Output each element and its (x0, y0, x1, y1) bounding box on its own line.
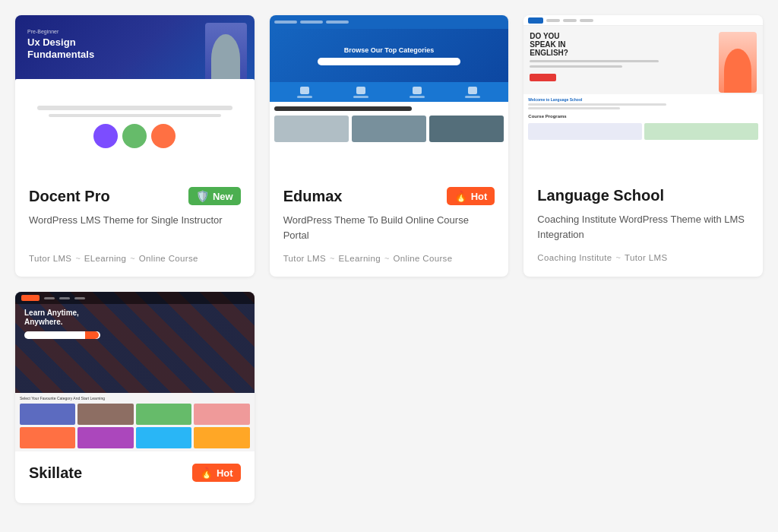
skillate-cat-5 (77, 427, 133, 448)
edu-nav (270, 15, 509, 29)
card-desc-language: Coaching Institute WordPress Theme with … (537, 212, 749, 242)
card-title-row-edumax: Edumax 🔥 Hot (283, 187, 495, 205)
badge-hot-skillate: 🔥 Hot (192, 464, 241, 482)
fire-icon-skillate: 🔥 (200, 467, 213, 479)
shield-icon: 🛡️ (196, 190, 209, 202)
tag-edumax-1[interactable]: ELearning (338, 254, 381, 263)
badge-hot-edumax: 🔥 Hot (447, 187, 495, 205)
tag-edumax-0[interactable]: Tutor LMS (283, 254, 326, 263)
skillate-cat-grid-row1 (20, 404, 250, 425)
lang-hero-title: DO YOUSPEAK INENGLISH? (530, 32, 714, 57)
skillate-cat-title: Select Your Favourite Category And Start… (20, 396, 250, 401)
edu-categories-bar (270, 82, 509, 102)
card-body-language: Language School Coaching Institute WordP… (523, 175, 763, 276)
card-body-edumax: Edumax 🔥 Hot WordPress Theme To Build On… (270, 175, 509, 277)
edu-hero: Browse Our Top Categories (270, 29, 509, 82)
edu-hero-title: Browse Our Top Categories (344, 46, 434, 54)
card-title-row-skillate: Skillate 🔥 Hot (29, 464, 241, 482)
lang-welcome-section: Welcome to Language School (523, 94, 763, 112)
tag-docent-2[interactable]: Online Course (139, 254, 198, 263)
skillate-hero-text: Learn Anytime, Anywhere. (24, 309, 100, 339)
product-grid: Pre-Beginner Ux DesignFundamentals (15, 15, 763, 277)
card-title-edumax: Edumax (283, 188, 343, 205)
thumbnail-skillate: Learn Anytime, Anywhere. Select Your Fav… (15, 292, 255, 451)
thumbnail-docent-pro: Pre-Beginner Ux DesignFundamentals (15, 15, 255, 175)
skillate-cat-3 (194, 404, 249, 425)
skillate-cat-grid-row2 (20, 427, 250, 448)
thumbnail-language-school: DO YOUSPEAK INENGLISH? Welcome to Langua… (523, 15, 763, 175)
badge-label-edumax: Hot (471, 191, 488, 202)
tag-docent-0[interactable]: Tutor LMS (29, 254, 71, 263)
card-body-docent: Docent Pro 🛡️ New WordPress LMS Theme fo… (15, 175, 255, 277)
skillate-nav (15, 292, 255, 304)
skillate-title-line2: Anywhere. (24, 318, 100, 327)
card-tags-language: Coaching Institute ~ Tutor LMS (537, 253, 749, 262)
skillate-cat-0 (20, 404, 75, 425)
card-desc-docent: WordPress LMS Theme for Single Instructo… (29, 213, 241, 243)
card-tags-docent: Tutor LMS ~ ELearning ~ Online Course (29, 254, 241, 263)
tag-sep-edu-0: ~ (330, 254, 334, 263)
fire-icon-edumax: 🔥 (454, 190, 467, 202)
skillate-cat-7 (194, 427, 249, 448)
tag-sep-lang-0: ~ (616, 253, 621, 262)
card-title-row-docent: Docent Pro 🛡️ New (29, 187, 241, 205)
edu-bottom (270, 102, 509, 147)
docent-hero-text: Pre-Beginner Ux DesignFundamentals (27, 29, 94, 60)
skillate-title-line1: Learn Anytime, (24, 309, 100, 318)
skillate-cat-2 (136, 404, 191, 425)
card-language-school[interactable]: DO YOUSPEAK INENGLISH? Welcome to Langua… (523, 15, 763, 277)
badge-new-docent: 🛡️ New (188, 187, 241, 205)
thumbnail-edumax: Browse Our Top Categories (270, 15, 509, 175)
card-title-row-language: Language School (537, 187, 749, 204)
card-title-skillate: Skillate (29, 464, 82, 482)
lang-nav (523, 15, 763, 26)
lang-course-grid (523, 120, 763, 143)
card-skillate[interactable]: Learn Anytime, Anywhere. Select Your Fav… (15, 292, 255, 503)
tag-language-0[interactable]: Coaching Institute (537, 253, 612, 262)
skillate-cat-6 (136, 427, 191, 448)
badge-label-docent: New (213, 191, 233, 202)
card-edumax[interactable]: Browse Our Top Categories (270, 15, 509, 277)
tag-sep-0: ~ (75, 254, 80, 263)
lang-person-image (719, 32, 757, 93)
bottom-grid: Learn Anytime, Anywhere. Select Your Fav… (15, 292, 763, 503)
card-desc-edumax: WordPress Theme To Build Online Course P… (283, 213, 495, 243)
tag-edumax-2[interactable]: Online Course (393, 254, 452, 263)
tag-docent-1[interactable]: ELearning (84, 254, 127, 263)
skillate-categories: Select Your Favourite Category And Start… (15, 393, 255, 451)
lang-hero: DO YOUSPEAK INENGLISH? (523, 26, 763, 94)
tag-language-1[interactable]: Tutor LMS (625, 253, 667, 262)
skillate-cat-1 (77, 404, 133, 425)
skillate-cat-4 (20, 427, 75, 448)
card-title-docent: Docent Pro (29, 188, 110, 205)
card-tags-edumax: Tutor LMS ~ ELearning ~ Online Course (283, 254, 495, 263)
tag-sep-1: ~ (130, 254, 134, 263)
docent-person (205, 23, 247, 84)
card-title-language: Language School (537, 187, 664, 204)
tag-sep-edu-1: ~ (384, 254, 389, 263)
card-body-skillate: Skillate 🔥 Hot (15, 451, 255, 503)
card-docent-pro[interactable]: Pre-Beginner Ux DesignFundamentals (15, 15, 255, 277)
badge-label-skillate: Hot (217, 467, 233, 479)
